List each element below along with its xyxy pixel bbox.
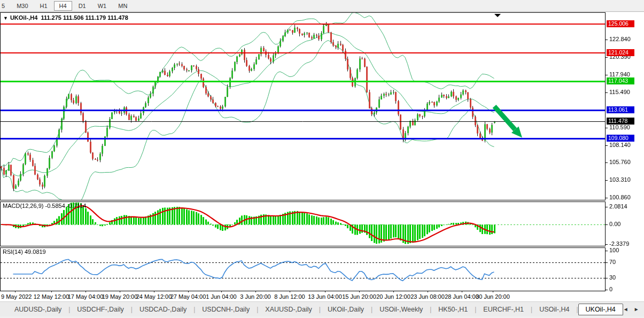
- macd-scale-tick: -2.3379: [609, 241, 629, 247]
- time-axis-label: 9 May 2022: [1, 293, 32, 300]
- time-axis-label: 17 May 04:00: [68, 293, 104, 300]
- chart-symbol-period: UKOil-,H4: [10, 14, 37, 21]
- current-price-tag: 111.478: [607, 118, 634, 125]
- price-axis-tick: 105.760: [609, 159, 631, 165]
- trading-terminal: 5M30H1H4D1W1MN ▼UKOil-,H4 111.275 111.50…: [0, 0, 644, 318]
- tab-usoil-h4[interactable]: USOil-,H4: [532, 304, 576, 315]
- tab-scroll-right-icon[interactable]: ►: [634, 306, 639, 312]
- tab-scroll-left-icon[interactable]: ◄: [623, 306, 629, 312]
- time-axis-label: 24 May 12:00: [136, 293, 172, 300]
- time-axis-label: 13 Jun 04:00: [308, 293, 342, 300]
- rsi-name: RSI(14): [3, 249, 23, 255]
- tab-ukoil-daily[interactable]: UKOil-,Daily: [321, 304, 371, 315]
- rsi-scale-tick: 70: [609, 259, 616, 265]
- price-axis-tick: 110.590: [609, 124, 630, 130]
- timeframe-button-mn[interactable]: MN: [113, 1, 133, 11]
- chart-window: ▼UKOil-,H4 111.275 111.506 111.179 111.4…: [0, 12, 644, 301]
- time-axis-label: 15 Jun 20:00: [342, 293, 376, 300]
- time-axis-label: 30 Jun 20:00: [476, 293, 510, 300]
- price-level-tag: 113.061: [607, 106, 634, 113]
- timeframe-button-5[interactable]: 5: [0, 1, 10, 11]
- macd-scale-tick: 0.00: [609, 221, 620, 227]
- tab-usdcnh-daily[interactable]: USDCNH-,Daily: [195, 304, 257, 315]
- time-axis-label: 19 May 20:00: [102, 293, 138, 300]
- timeframe-button-h1[interactable]: H1: [35, 1, 53, 11]
- tab-usdcad-daily[interactable]: USDCAD-,Daily: [133, 304, 193, 315]
- time-axis-label: 20 Jun 12:00: [376, 293, 410, 300]
- tab-scroll-controls: ◄►: [623, 306, 644, 312]
- time-axis-label: 28 Jun 04:00: [445, 293, 479, 300]
- chart-ohlc-values: 111.275 111.506 111.179 111.478: [41, 14, 128, 21]
- time-axis-label: 23 Jun 08:00: [410, 293, 445, 300]
- timeframe-button-w1[interactable]: W1: [92, 1, 112, 11]
- rsi-scale-tick: 100: [609, 247, 619, 253]
- price-axis-tick: 115.490: [609, 89, 630, 95]
- rsi-scale-tick: 30: [609, 274, 616, 281]
- tab-ukoil-h4[interactable]: UKOil-,H4: [578, 304, 623, 315]
- macd-name: MACD(12,26,9): [3, 203, 43, 209]
- price-axis-tick: 108.140: [609, 142, 631, 148]
- symbol-tab-bar: AUDUSD-,Daily|USDCHF-,Daily|USDCAD-,Dail…: [0, 301, 644, 316]
- timeframe-button-m30[interactable]: M30: [11, 1, 33, 11]
- time-axis-label: 27 May 04:00: [170, 293, 206, 300]
- price-axis-tick: 117.940: [609, 71, 630, 77]
- macd-scale-tick: 2.0814: [609, 203, 627, 210]
- tab-usdchf-daily[interactable]: USDCHF-,Daily: [70, 304, 131, 315]
- tab-hk50-h1[interactable]: HK50-,H1: [431, 304, 475, 315]
- price-level-tag: 125.006: [607, 20, 634, 27]
- tab-usoil-weekly[interactable]: USOil-,Weekly: [373, 304, 430, 315]
- price-level-tag: 121.024: [607, 49, 634, 56]
- price-chart-canvas[interactable]: [0, 12, 644, 292]
- time-axis-label: 12 May 12:00: [34, 293, 69, 300]
- rsi-scale-tick: 0: [609, 286, 612, 292]
- time-axis-label: 3 Jun 20:00: [240, 293, 271, 300]
- chart-title: ▼UKOil-,H4 111.275 111.506 111.179 111.4…: [3, 14, 128, 21]
- macd-values: -0.5854 -0.7114: [45, 203, 86, 209]
- price-level-tag: 117.043: [607, 77, 634, 84]
- macd-label: MACD(12,26,9) -0.5854 -0.7114: [3, 203, 86, 209]
- rsi-label: RSI(14) 49.0819: [3, 249, 46, 255]
- price-axis-tick: 122.840: [609, 36, 631, 42]
- price-axis-tick: 100.860: [609, 194, 631, 200]
- price-axis-tick: 103.310: [609, 176, 631, 183]
- rsi-value: 49.0819: [25, 249, 46, 255]
- price-level-tag: 109.080: [607, 135, 634, 142]
- timeframe-toolbar: 5M30H1H4D1W1MN: [0, 0, 644, 12]
- tab-eurchf-h1[interactable]: EURCHF-,H1: [476, 304, 531, 315]
- tab-audusd-daily[interactable]: AUDUSD-,Daily: [7, 304, 68, 315]
- tab-xauusd-daily[interactable]: XAUUSD-,Daily: [258, 304, 319, 315]
- timeframe-button-d1[interactable]: D1: [73, 1, 91, 11]
- time-axis-label: 8 Jun 12:00: [274, 293, 305, 300]
- symbol-dropdown-icon[interactable]: ▼: [3, 15, 8, 21]
- time-axis-label: 1 Jun 04:00: [206, 293, 237, 300]
- timeframe-button-h4[interactable]: H4: [54, 1, 72, 11]
